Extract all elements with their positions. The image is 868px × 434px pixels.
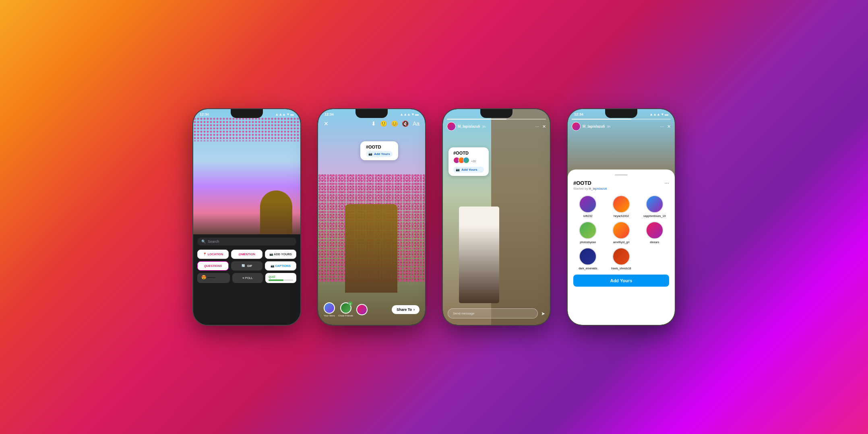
ootd-av-3 xyxy=(463,157,469,163)
contributor-lofti232: lofti232 xyxy=(573,195,603,217)
contributor-travis-shreds18: travis_shreds18 xyxy=(607,248,636,270)
add-yours-label: Add Yours xyxy=(374,152,390,156)
text-icon[interactable]: Aa xyxy=(413,120,420,127)
share-to-button[interactable]: Share To › xyxy=(392,305,420,314)
sticker-poll[interactable]: ≡ POLL xyxy=(232,273,263,283)
story-add-yours-label: Add Yours xyxy=(461,168,477,172)
avatar-eleears xyxy=(646,221,663,239)
toolbar-right: ⬇ 🙂 😊 🔇 Aa xyxy=(371,120,420,127)
flowers-bg xyxy=(193,117,300,141)
ootd-sticker[interactable]: #OOTD 📷 Add Yours xyxy=(360,141,398,160)
close-button[interactable]: ✕ xyxy=(324,120,329,127)
sticker-grid-row1: 📍 LOCATION @MENTION 📷 ADD YOURS xyxy=(197,250,296,259)
signal-icon-2: ▲▲▲ xyxy=(400,112,411,116)
more-icon-4[interactable]: ··· xyxy=(660,124,664,129)
contributor-dark-emeralds: dark_emeralds xyxy=(573,248,603,270)
story-ootd-hashtag: #OOTD xyxy=(453,151,484,155)
status-icons-2: ▲▲▲ ▾ ▬ xyxy=(400,112,419,116)
sticker-add-yours[interactable]: 📷 ADD YOURS xyxy=(265,250,296,259)
story-time-4: 3h xyxy=(607,125,611,128)
contributor-amethyst-grl: amethyst_grl xyxy=(607,221,636,244)
signal-icon: ▲▲▲ xyxy=(275,112,286,116)
story-controls-4: ··· ✕ xyxy=(660,124,671,129)
name-dark-emeralds: dark_emeralds xyxy=(579,267,597,270)
story-avatar-4 xyxy=(572,122,581,131)
avatar-lofti232 xyxy=(579,195,597,213)
avatar-travis-shreds18 xyxy=(612,248,630,265)
camera-icon-story: 📷 xyxy=(456,168,460,172)
sticker-quiz[interactable]: QUIZ xyxy=(265,273,296,283)
close-friends-option[interactable]: ★ Close Friends xyxy=(338,302,353,317)
other-option[interactable] xyxy=(356,304,368,315)
person-figure xyxy=(459,207,499,303)
battery-icon-2: ▬ xyxy=(415,112,419,116)
story-username: lil_lapislazuli xyxy=(458,124,480,128)
panel-more-icon[interactable]: ··· xyxy=(664,180,669,186)
story-ootd-sticker[interactable]: #OOTD +20 📷 Add Yours xyxy=(448,147,489,176)
contributor-heyach2002: heyach2002 xyxy=(607,195,636,217)
your-story-option[interactable]: Your Story xyxy=(324,302,335,317)
add-yours-button[interactable]: Add Yours xyxy=(573,275,669,287)
sticker-bottom-row: 😍 —— ≡ POLL QUIZ xyxy=(197,273,296,283)
sticker-tray: 🔍 Search 📍 LOCATION @MENTION 📷 ADD YOURS xyxy=(193,234,300,325)
person-body xyxy=(345,204,397,293)
emoji-icon[interactable]: 🙂 xyxy=(380,120,387,127)
story-progress-fill-4 xyxy=(572,119,631,120)
status-icons-1: ▲▲▲ ▾ ▬ xyxy=(275,112,294,116)
contributor-photosbyean: photosbyean xyxy=(573,221,603,244)
your-story-label: Your Story xyxy=(324,314,335,317)
story-send-bar: Send message ➤ xyxy=(448,308,545,318)
download-icon[interactable]: ⬇ xyxy=(371,120,376,127)
sticker-emoji[interactable]: 😍 —— xyxy=(197,273,230,283)
name-eleears: eleears xyxy=(650,241,659,244)
ootd-hashtag: #OOTD xyxy=(366,145,393,149)
search-icon: 🔍 xyxy=(201,240,206,244)
name-amethyst-grl: amethyst_grl xyxy=(613,241,629,244)
ootd-add-yours[interactable]: 📷 Add Yours xyxy=(366,151,393,157)
story-toolbar: ✕ ⬇ 🙂 😊 🔇 Aa xyxy=(318,120,425,127)
story-progress-bar xyxy=(447,119,546,120)
sticker-location[interactable]: 📍 LOCATION xyxy=(197,250,229,259)
avatar-amethyst-grl xyxy=(612,221,630,239)
status-bar-1: 12:34 ▲▲▲ ▾ ▬ xyxy=(193,109,300,118)
wifi-icon-2: ▾ xyxy=(412,112,414,116)
name-lofti232: lofti232 xyxy=(583,215,593,217)
send-icon[interactable]: ➤ xyxy=(541,311,545,316)
sticker-grid-row2: QUESTIONS 🔄 GIF 📷 CAPTIONS xyxy=(197,261,296,271)
story-close-icon[interactable]: ✕ xyxy=(542,124,546,129)
time-2: 12:34 xyxy=(324,112,334,116)
story-user-avatar xyxy=(447,122,456,131)
sticker-gif[interactable]: 🔄 GIF xyxy=(231,261,262,271)
name-sapphireblues19: sapphireblues_19 xyxy=(643,215,665,217)
battery-icon: ▬ xyxy=(290,112,294,116)
send-placeholder: Send message xyxy=(453,312,474,315)
sticker-questions[interactable]: QUESTIONS xyxy=(197,261,229,271)
phone-2: 12:34 ▲▲▲ ▾ ▬ ✕ ⬇ 🙂 😊 🔇 Aa #OOTD 📷 Ad xyxy=(317,108,426,326)
other-avatar xyxy=(356,304,368,315)
story-add-yours[interactable]: 📷 Add Yours xyxy=(453,167,484,173)
story-progress-fill xyxy=(447,119,506,120)
signal-icon-4: ▲▲▲ xyxy=(649,112,660,116)
mute-icon[interactable]: 🔇 xyxy=(402,120,409,127)
story-header: lil_lapislazuli 3h ··· ✕ xyxy=(443,119,550,131)
contributor-eleears: eleears xyxy=(640,221,669,244)
sticker-mention[interactable]: @MENTION xyxy=(231,250,262,259)
ootd-contributor-avatars xyxy=(453,157,468,163)
share-options: Your Story ★ Close Friends xyxy=(324,302,368,317)
story-progress-4 xyxy=(572,119,671,120)
name-photosbyean: photosbyean xyxy=(580,241,596,244)
share-bar: Your Story ★ Close Friends Share To › xyxy=(318,302,425,317)
panel-header: #OOTD ··· xyxy=(573,180,669,186)
sticker-icon[interactable]: 😊 xyxy=(391,120,398,127)
sticker-search[interactable]: 🔍 Search xyxy=(197,238,296,246)
story-user-row-4: lil_lapislazuli 3h ··· ✕ xyxy=(572,122,671,131)
your-story-avatar xyxy=(324,302,335,314)
ootd-count: +20 xyxy=(471,160,476,163)
contributors-grid: lofti232 heyach2002 sapphireblues_19 pho… xyxy=(573,195,669,270)
close-icon-4[interactable]: ✕ xyxy=(667,124,671,129)
sticker-captions[interactable]: 📷 CAPTIONS xyxy=(265,261,296,271)
camera-icon-small: 📷 xyxy=(368,152,372,156)
send-message-input[interactable]: Send message xyxy=(448,308,538,318)
more-icon[interactable]: ··· xyxy=(535,124,539,129)
phone1-photo-bg xyxy=(193,109,300,239)
